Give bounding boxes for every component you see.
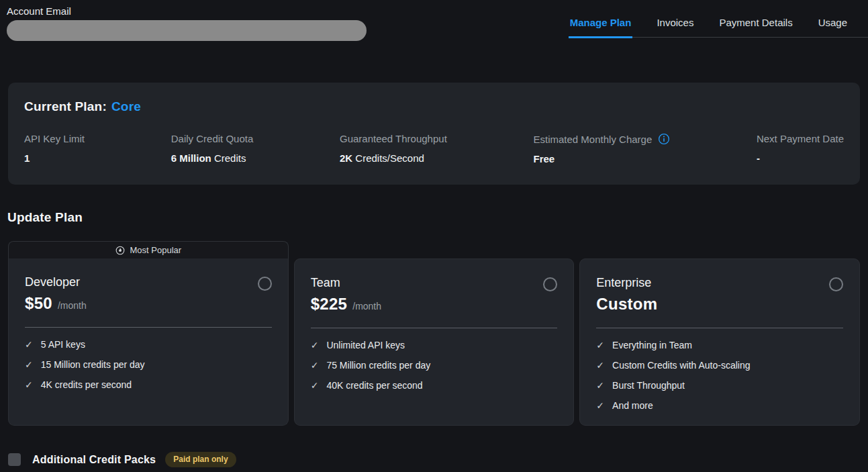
update-plan-heading: Update Plan — [7, 210, 868, 225]
current-plan-stats: API Key Limit 1 Daily Credit Quota 6 Mil… — [24, 133, 844, 164]
current-plan-name: Core — [111, 99, 141, 113]
account-email-value-redacted — [7, 20, 367, 41]
feature-item: ✓Burst Throughput — [596, 380, 843, 391]
plan-card-enterprise: Enterprise Custom ✓Everything in Team ✓C… — [579, 258, 860, 426]
paid-plan-only-badge: Paid plan only — [165, 452, 236, 467]
check-icon: ✓ — [596, 381, 604, 390]
plan-name: Team — [311, 276, 381, 290]
current-plan-card: Current Plan:Core API Key Limit 1 Daily … — [8, 83, 860, 185]
feature-item: ✓4K credits per second — [25, 379, 272, 390]
check-icon: ✓ — [25, 340, 33, 349]
stat-daily-credit-quota: Daily Credit Quota 6 Million Credits — [171, 133, 254, 164]
check-icon: ✓ — [596, 361, 604, 370]
feature-item: ✓75 Million credits per day — [311, 360, 558, 371]
billing-tabs: Manage Plan Invoices Payment Details Usa… — [569, 0, 868, 38]
feature-item: ✓Custom Credits with Auto-scaling — [596, 360, 843, 371]
check-icon: ✓ — [311, 381, 319, 390]
plan-features: ✓Unlimited API keys ✓75 Million credits … — [311, 340, 558, 391]
feature-item: ✓Everything in Team — [596, 340, 843, 350]
stat-next-payment-date: Next Payment Date - — [757, 133, 844, 164]
tab-usage[interactable]: Usage — [817, 17, 849, 37]
check-icon: ✓ — [25, 360, 33, 369]
check-icon: ✓ — [25, 380, 33, 389]
stat-value: 2K — [340, 152, 352, 164]
plan-card-team-body[interactable]: Team $225 /month ✓Unlimited API keys ✓75… — [294, 258, 575, 426]
feature-item: ✓15 Million credits per day — [25, 359, 272, 370]
stat-value: - — [757, 152, 760, 164]
plan-radio-team[interactable] — [543, 277, 557, 291]
check-icon: ✓ — [596, 340, 604, 350]
plan-cards-row: Most Popular Developer $50 /month ✓5 API… — [8, 241, 860, 426]
stat-label: API Key Limit — [24, 133, 85, 144]
feature-item: ✓Unlimited API keys — [311, 340, 558, 350]
stat-api-key-limit: API Key Limit 1 — [24, 133, 85, 164]
plan-name: Developer — [25, 275, 87, 289]
feature-item: ✓5 API keys — [25, 339, 272, 350]
plan-price: $225 — [311, 295, 348, 314]
check-icon: ✓ — [311, 361, 319, 370]
account-email-label: Account Email — [7, 5, 367, 17]
tab-manage-plan[interactable]: Manage Plan — [569, 17, 633, 38]
stat-label: Next Payment Date — [757, 133, 844, 144]
stat-guaranteed-throughput: Guaranteed Throughput 2K Credits/Second — [340, 133, 447, 164]
plan-features: ✓5 API keys ✓15 Million credits per day … — [25, 339, 272, 390]
current-plan-title: Current Plan: — [24, 99, 107, 113]
account-email-block: Account Email — [0, 0, 367, 41]
divider — [311, 328, 558, 328]
plan-name: Enterprise — [596, 276, 663, 290]
most-popular-banner: Most Popular — [8, 241, 289, 258]
plan-period: /month — [352, 301, 381, 312]
flame-badge-icon — [115, 246, 125, 255]
check-icon: ✓ — [311, 340, 319, 350]
plan-card-developer: Most Popular Developer $50 /month ✓5 API… — [8, 241, 289, 426]
check-icon: ✓ — [596, 401, 604, 410]
info-icon[interactable] — [658, 133, 670, 145]
stat-value: Free — [534, 153, 555, 164]
tab-invoices[interactable]: Invoices — [655, 17, 695, 37]
plan-features: ✓Everything in Team ✓Custom Credits with… — [596, 340, 843, 411]
stat-label: Guaranteed Throughput — [340, 133, 447, 144]
stat-label: Estimated Monthly Charge — [534, 134, 653, 145]
feature-item: ✓40K credits per second — [311, 380, 558, 391]
credit-packs-checkbox[interactable] — [8, 453, 21, 466]
stat-estimated-monthly-charge: Estimated Monthly Charge Free — [534, 133, 671, 164]
top-bar: Account Email Manage Plan Invoices Payme… — [0, 0, 868, 41]
tab-payment-details[interactable]: Payment Details — [718, 17, 793, 37]
current-plan-heading: Current Plan:Core — [24, 99, 844, 114]
plan-card-team: Team $225 /month ✓Unlimited API keys ✓75… — [294, 258, 575, 426]
plan-card-developer-body[interactable]: Developer $50 /month ✓5 API keys ✓15 Mil… — [8, 258, 289, 426]
plan-price: Custom — [596, 295, 657, 314]
plan-card-enterprise-body[interactable]: Enterprise Custom ✓Everything in Team ✓C… — [579, 258, 860, 426]
stat-value: 6 Million — [171, 152, 211, 164]
credit-packs-label: Additional Credit Packs — [32, 454, 156, 466]
most-popular-label: Most Popular — [130, 245, 182, 255]
divider — [596, 328, 843, 328]
divider — [25, 327, 272, 328]
plan-radio-developer[interactable] — [258, 277, 272, 291]
plan-radio-enterprise[interactable] — [829, 277, 843, 291]
feature-item: ✓And more — [596, 400, 843, 411]
additional-credit-packs-row: Additional Credit Packs Paid plan only — [8, 452, 868, 467]
stat-label: Daily Credit Quota — [171, 133, 254, 144]
stat-value: 1 — [24, 152, 30, 164]
plan-period: /month — [58, 300, 87, 311]
plan-price: $50 — [25, 294, 52, 313]
